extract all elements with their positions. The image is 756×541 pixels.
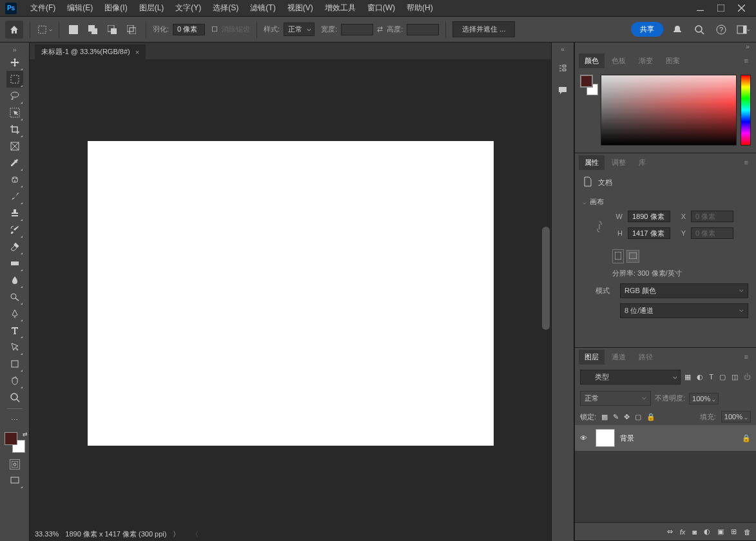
tool-preset-icon[interactable]: ⌵ — [37, 22, 52, 37]
dodge-tool[interactable] — [6, 289, 23, 305]
group-icon[interactable]: ▣ — [717, 527, 724, 536]
tab-patterns[interactable]: 图案 — [660, 53, 686, 68]
layer-thumbnail[interactable] — [596, 429, 615, 447]
menu-window[interactable]: 窗口(W) — [362, 1, 401, 15]
menu-type[interactable]: 文字(Y) — [170, 1, 207, 15]
lock-position-icon[interactable]: ✥ — [624, 413, 630, 421]
menu-select[interactable]: 选择(S) — [207, 1, 244, 15]
status-chevron-icon[interactable]: 〉 — [173, 529, 180, 539]
eraser-tool[interactable] — [6, 238, 23, 255]
link-icon[interactable] — [596, 220, 603, 234]
filter-adjust-icon[interactable]: ◐ — [697, 373, 703, 381]
panel-menu-icon[interactable]: ≡ — [741, 352, 752, 362]
intersect-selection-icon[interactable] — [124, 22, 139, 37]
zoom-tool[interactable] — [6, 389, 23, 406]
home-button[interactable] — [5, 21, 23, 39]
height-field[interactable] — [628, 227, 670, 239]
select-and-mask-button[interactable]: 选择并遮住 ... — [452, 21, 515, 37]
tab-properties[interactable]: 属性 — [579, 155, 605, 170]
canvas-viewport[interactable] — [30, 59, 551, 527]
pen-tool[interactable] — [6, 305, 23, 322]
adjustment-icon[interactable]: ◐ — [704, 527, 710, 536]
subtract-selection-icon[interactable] — [104, 22, 120, 37]
lasso-tool[interactable] — [6, 88, 23, 104]
tab-gradients[interactable]: 渐变 — [633, 53, 659, 68]
filter-toggle-icon[interactable]: ⏻ — [744, 373, 751, 381]
document-tab[interactable]: 未标题-1 @ 33.3%(RGB/8#) × — [35, 44, 146, 59]
new-layer-icon[interactable]: ⊞ — [731, 527, 737, 536]
feather-input[interactable] — [173, 24, 205, 35]
healing-tool[interactable] — [6, 171, 23, 188]
color-panel-swatches[interactable] — [580, 75, 597, 91]
filter-type-icon[interactable]: T — [709, 373, 713, 381]
foreground-color-swatch[interactable] — [5, 432, 17, 445]
layer-item[interactable]: 👁 背景 🔒 — [575, 425, 756, 451]
tab-swatches[interactable]: 色板 — [606, 53, 632, 68]
fx-icon[interactable]: fx — [680, 528, 686, 536]
tab-channels[interactable]: 通道 — [606, 350, 632, 365]
workspace-icon[interactable]: ⌵ — [735, 22, 751, 37]
menu-plugins[interactable]: 增效工具 — [319, 1, 362, 15]
gradient-tool[interactable] — [6, 255, 23, 272]
lock-all-icon[interactable]: 🔒 — [646, 413, 655, 421]
hue-slider[interactable] — [741, 75, 751, 146]
quickmask-icon[interactable] — [10, 459, 20, 470]
crop-tool[interactable] — [6, 121, 23, 138]
shape-tool[interactable] — [6, 356, 23, 372]
document-dimensions[interactable]: 1890 像素 x 1417 像素 (300 ppi) — [65, 529, 166, 539]
close-button[interactable] — [732, 2, 751, 15]
blend-mode-select[interactable]: 正常 — [580, 391, 651, 406]
history-panel-icon[interactable] — [555, 61, 570, 76]
delete-icon[interactable]: 🗑 — [744, 528, 751, 536]
stamp-tool[interactable] — [6, 205, 23, 222]
opacity-input[interactable]: 100% ⌵ — [689, 393, 719, 404]
new-selection-icon[interactable] — [66, 22, 81, 37]
history-brush-tool[interactable] — [6, 222, 23, 238]
notifications-icon[interactable] — [670, 22, 685, 37]
comments-panel-icon[interactable] — [555, 82, 570, 98]
tab-paths[interactable]: 路径 — [633, 350, 659, 365]
expand-dock-icon[interactable]: « — [552, 45, 574, 54]
layer-filter-select[interactable]: 类型⌵ — [580, 370, 681, 384]
share-button[interactable]: 共享 — [631, 22, 663, 37]
width-field[interactable] — [628, 211, 670, 222]
mask-icon[interactable]: ◙ — [692, 528, 697, 536]
layer-name[interactable]: 背景 — [620, 433, 737, 443]
path-select-tool[interactable] — [6, 339, 23, 356]
help-icon[interactable]: ? — [713, 22, 729, 37]
eyedropper-tool[interactable] — [6, 155, 23, 171]
object-select-tool[interactable] — [6, 104, 23, 121]
bit-depth-select[interactable]: 8 位/通道 — [620, 303, 748, 318]
menu-help[interactable]: 帮助(H) — [401, 1, 439, 15]
lock-icon[interactable]: 🔒 — [742, 434, 751, 442]
menu-layer[interactable]: 图层(L) — [133, 1, 170, 15]
canvas-section-header[interactable]: ⌵ 画布 — [583, 193, 748, 211]
type-tool[interactable] — [6, 322, 23, 339]
lock-artboard-icon[interactable]: ▢ — [635, 413, 641, 421]
blur-tool[interactable] — [6, 272, 23, 289]
menu-filter[interactable]: 滤镜(T) — [244, 1, 281, 15]
panel-menu-icon[interactable]: ≡ — [741, 157, 752, 167]
style-select[interactable]: 正常 ⌵ — [284, 23, 315, 36]
maximize-button[interactable] — [711, 2, 730, 15]
zoom-level[interactable]: 33.33% — [35, 530, 59, 538]
color-mode-select[interactable]: RGB 颜色 — [620, 283, 748, 298]
screen-mode-icon[interactable] — [6, 472, 23, 489]
panel-menu-icon[interactable]: ≡ — [741, 55, 752, 66]
swap-wh-icon[interactable]: ⇄ — [377, 25, 383, 33]
marquee-tool[interactable] — [6, 71, 23, 88]
vertical-scrollbar[interactable] — [542, 227, 550, 330]
add-selection-icon[interactable] — [85, 22, 101, 37]
fg-swatch[interactable] — [580, 75, 593, 88]
collapse-panels-icon[interactable]: » — [575, 43, 756, 52]
expand-toolbar-icon[interactable]: » — [0, 45, 29, 54]
move-tool[interactable] — [6, 54, 23, 71]
close-tab-icon[interactable]: × — [135, 48, 139, 56]
color-field[interactable] — [601, 75, 737, 146]
fill-input[interactable]: 100% ⌵ — [721, 411, 751, 422]
filter-smart-icon[interactable]: ◫ — [732, 373, 738, 381]
canvas[interactable] — [88, 141, 494, 446]
brush-tool[interactable] — [6, 188, 23, 205]
tab-adjustments[interactable]: 调整 — [606, 155, 632, 170]
filter-shape-icon[interactable]: ▢ — [719, 373, 726, 381]
